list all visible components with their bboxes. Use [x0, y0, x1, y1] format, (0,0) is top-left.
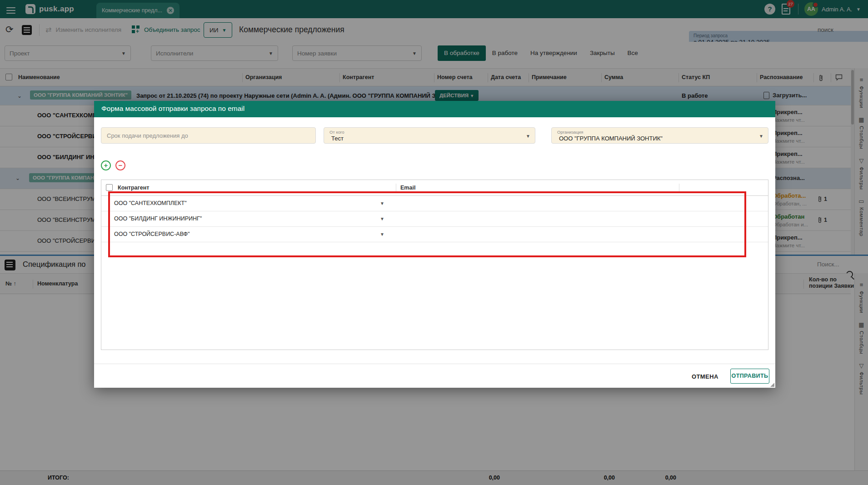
from-caret-icon: ▼ [526, 134, 530, 139]
deadline-placeholder: Срок подачи предложения до [107, 132, 188, 139]
annotation-highlight-box [108, 191, 746, 257]
cancel-button[interactable]: ОТМЕНА [687, 370, 723, 383]
organization-label: Организация [557, 130, 583, 135]
app-screen: pusk.app Коммерческие предл... ✕ ? 27 AA… [0, 0, 868, 485]
modal-footer: ОТМЕНА ОТПРАВИТЬ [94, 364, 775, 388]
from-select[interactable]: От кого Тест ▼ [324, 127, 535, 144]
organization-select[interactable]: Организация ООО "ГРУППА КОМПАНИЙ ЗОНТИК"… [551, 127, 768, 144]
remove-row-button[interactable]: − [115, 160, 125, 170]
modal-resize-handle[interactable] [770, 383, 774, 387]
submit-button[interactable]: ОТПРАВИТЬ [730, 369, 769, 384]
from-label: От кого [329, 130, 344, 135]
modal-col-email[interactable]: Email [400, 185, 415, 191]
modal-title: Форма массовой отправки запроса по email [101, 105, 244, 113]
deadline-input[interactable]: Срок подачи предложения до [101, 127, 316, 144]
from-value: Тест [331, 135, 344, 142]
modal-select-all-checkbox[interactable] [106, 184, 113, 191]
organization-caret-icon: ▼ [759, 134, 763, 139]
add-row-button[interactable]: + [101, 160, 111, 170]
modal-col-counterparty[interactable]: Контрагент [118, 185, 149, 191]
organization-value: ООО "ГРУППА КОМПАНИЙ ЗОНТИК" [559, 135, 663, 142]
modal-header: Форма массовой отправки запроса по email [94, 101, 775, 117]
